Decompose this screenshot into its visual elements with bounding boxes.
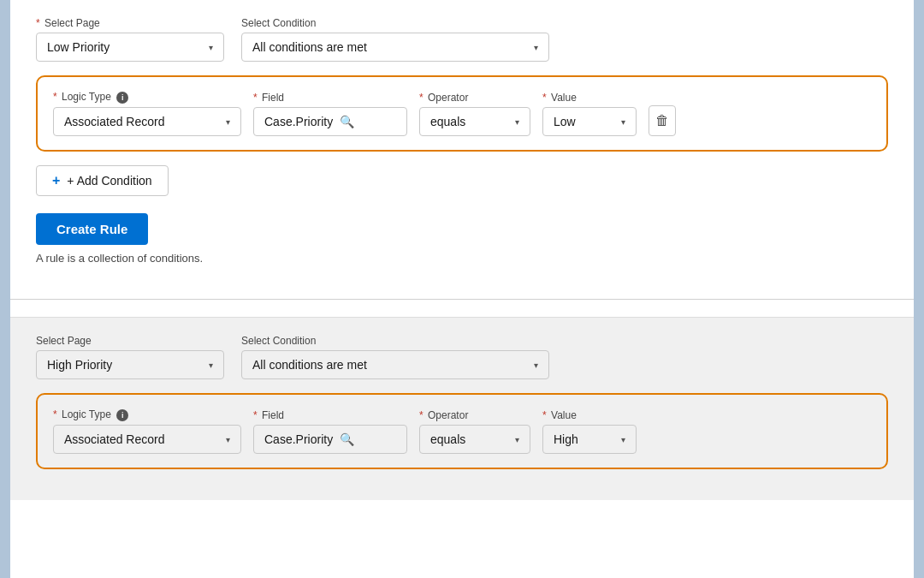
value-label-2: * Value — [542, 409, 637, 421]
operator-label-1: * Operator — [419, 92, 530, 104]
operator-dropdown-1[interactable]: equals ▾ — [419, 107, 530, 136]
select-page-dropdown-2[interactable]: High Priority ▾ — [36, 350, 224, 379]
info-icon-2[interactable]: i — [116, 409, 128, 421]
chevron-down-icon: ▾ — [621, 435, 625, 444]
value-dropdown-2[interactable]: High ▾ — [542, 425, 637, 454]
search-icon-1: 🔍 — [340, 115, 354, 128]
chevron-down-icon: ▾ — [226, 117, 230, 127]
select-condition-dropdown-2[interactable]: All conditions are met ▾ — [241, 350, 549, 379]
select-page-label-2: Select Page — [36, 335, 224, 347]
chevron-down-icon: ▾ — [534, 361, 538, 370]
rule-hint: A rule is a collection of conditions. — [36, 252, 888, 265]
field-input-1[interactable]: Case.Priority 🔍 — [253, 107, 407, 136]
field-label-2: * Field — [253, 409, 407, 421]
chevron-down-icon: ▾ — [209, 361, 213, 370]
section-divider — [10, 299, 914, 300]
condition-box-2: * Logic Type i Associated Record ▾ * Fie… — [36, 393, 888, 469]
chevron-down-icon: ▾ — [515, 117, 519, 127]
info-icon-1[interactable]: i — [116, 92, 128, 104]
chevron-down-icon: ▾ — [621, 117, 625, 127]
select-condition-label-2: Select Condition — [241, 335, 549, 347]
logic-type-dropdown-2[interactable]: Associated Record ▾ — [53, 425, 241, 454]
value-dropdown-1[interactable]: Low ▾ — [542, 107, 637, 136]
select-condition-label: Select Condition — [241, 17, 549, 29]
add-condition-button[interactable]: + + Add Condition — [36, 165, 169, 196]
logic-type-label-2: * Logic Type i — [53, 408, 241, 421]
select-page-dropdown[interactable]: Low Priority ▾ — [36, 33, 224, 62]
operator-dropdown-2[interactable]: equals ▾ — [419, 425, 530, 454]
operator-label-2: * Operator — [419, 409, 530, 421]
search-icon-2: 🔍 — [340, 432, 354, 446]
select-page-label: * Select Page — [36, 17, 224, 29]
chevron-down-icon: ▾ — [226, 435, 230, 444]
logic-type-label-1: * Logic Type i — [53, 91, 241, 104]
delete-condition-button-1[interactable]: 🗑 — [649, 105, 676, 136]
value-label-1: * Value — [542, 92, 637, 104]
field-label-1: * Field — [253, 92, 407, 104]
logic-type-dropdown-1[interactable]: Associated Record ▾ — [53, 107, 241, 136]
trash-icon: 🗑 — [655, 113, 669, 128]
chevron-down-icon: ▾ — [534, 43, 538, 52]
chevron-down-icon: ▾ — [515, 435, 519, 444]
plus-icon: + — [52, 173, 60, 188]
condition-box-1: * Logic Type i Associated Record ▾ * Fie… — [36, 75, 888, 152]
field-input-2[interactable]: Case.Priority 🔍 — [253, 425, 407, 454]
create-rule-button[interactable]: Create Rule — [36, 213, 148, 245]
chevron-down-icon: ▾ — [209, 43, 213, 52]
select-condition-dropdown[interactable]: All conditions are met ▾ — [241, 33, 549, 62]
